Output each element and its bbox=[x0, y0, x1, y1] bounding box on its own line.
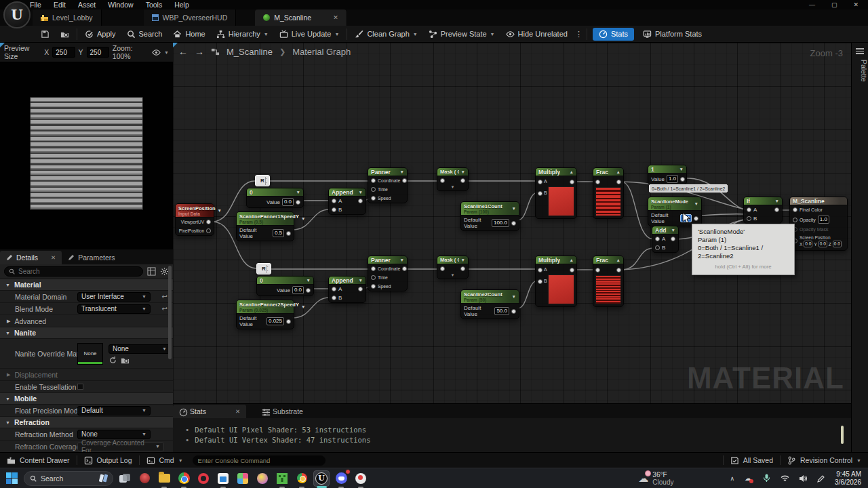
task-view-button[interactable] bbox=[117, 470, 133, 487]
node-constant-0[interactable]: 0▼ Value0.0 bbox=[256, 276, 314, 296]
input-pin[interactable] bbox=[538, 279, 542, 284]
store-button[interactable] bbox=[215, 470, 231, 487]
discord-button[interactable] bbox=[333, 470, 349, 487]
nanite-material-thumbnail[interactable]: None bbox=[77, 343, 103, 365]
x-value-field[interactable]: 0.0 bbox=[804, 241, 812, 247]
expand-node-icon[interactable]: ▼ bbox=[437, 273, 468, 279]
platform-stats-button[interactable]: Platform Stats bbox=[637, 26, 707, 43]
content-drawer-button[interactable]: Content Drawer bbox=[0, 453, 77, 468]
output-pin[interactable] bbox=[460, 266, 465, 271]
menu-file[interactable]: File bbox=[30, 1, 41, 9]
node-append[interactable]: Append▼ A B bbox=[328, 276, 366, 303]
input-pin[interactable] bbox=[538, 180, 542, 184]
input-pin[interactable] bbox=[332, 207, 336, 212]
preview-size-y-input[interactable]: 250 bbox=[87, 47, 109, 58]
input-pin[interactable] bbox=[440, 178, 445, 183]
output-pin[interactable] bbox=[296, 200, 300, 205]
ui-preview-viewport[interactable] bbox=[0, 62, 173, 249]
clean-graph-button[interactable]: Clean Graph▼ bbox=[349, 26, 422, 43]
node-scanline-panner1-speedy[interactable]: ScanlinePanner1SpeedYParam (0.5)▼ Defaul… bbox=[236, 211, 294, 241]
file-explorer-button[interactable] bbox=[156, 470, 172, 487]
node-constant-1[interactable]: 1▼ Value1.0 bbox=[648, 165, 687, 185]
section-material[interactable]: ▼Material bbox=[0, 279, 173, 291]
save-button[interactable] bbox=[35, 26, 55, 43]
start-button[interactable] bbox=[6, 472, 18, 485]
section-refraction[interactable]: ▼Refraction bbox=[0, 417, 173, 428]
close-icon[interactable]: ✕ bbox=[853, 1, 859, 8]
output-pin[interactable] bbox=[206, 228, 211, 233]
forward-arrow-icon[interactable]: → bbox=[195, 46, 204, 57]
reset-to-default-icon[interactable]: ↩ bbox=[162, 305, 167, 312]
minimize-icon[interactable]: — bbox=[809, 1, 815, 8]
menu-help[interactable]: Help bbox=[174, 1, 189, 9]
value-field[interactable]: 1.0 bbox=[667, 175, 678, 183]
home-button[interactable]: Home bbox=[167, 26, 210, 43]
input-pin[interactable] bbox=[655, 237, 660, 241]
menu-icon[interactable] bbox=[856, 48, 864, 54]
input-pin[interactable] bbox=[747, 207, 751, 212]
tab-substrate[interactable]: Substrate bbox=[256, 405, 309, 418]
input-pin[interactable] bbox=[371, 284, 376, 289]
input-pin[interactable] bbox=[538, 191, 542, 196]
input-pin[interactable] bbox=[747, 216, 751, 221]
details-search-input[interactable]: Search bbox=[4, 266, 143, 277]
close-tab-icon[interactable]: ✕ bbox=[333, 14, 338, 21]
input-pin[interactable] bbox=[371, 275, 376, 280]
tab-m-scanline[interactable]: M_Scanline ✕ bbox=[255, 9, 347, 26]
output-pin[interactable] bbox=[306, 288, 311, 293]
refraction-method-dropdown[interactable]: None▼ bbox=[77, 430, 151, 439]
node-frac[interactable]: Frac▲ bbox=[593, 256, 624, 307]
preview-state-button[interactable]: Preview State▼ bbox=[423, 26, 500, 43]
palette-tab[interactable]: Palette bbox=[852, 60, 868, 82]
pen-settings-icon[interactable] bbox=[816, 474, 826, 483]
output-pin[interactable] bbox=[358, 199, 363, 203]
input-pin[interactable] bbox=[371, 266, 376, 271]
output-pin[interactable] bbox=[570, 180, 574, 184]
menu-edit[interactable]: Edit bbox=[54, 1, 66, 9]
node-mask-g[interactable]: Mask ( G )▼ ▼ bbox=[437, 256, 469, 279]
input-pin[interactable] bbox=[332, 199, 336, 203]
back-arrow-icon[interactable]: ← bbox=[178, 46, 188, 57]
z-value-field[interactable]: 0.0 bbox=[833, 241, 842, 247]
default-value-field[interactable]: 50.0 bbox=[494, 307, 509, 315]
output-pin[interactable] bbox=[616, 268, 621, 272]
output-pin[interactable] bbox=[402, 178, 407, 183]
input-pin[interactable] bbox=[655, 245, 660, 250]
output-pin[interactable] bbox=[774, 207, 779, 212]
weather-widget[interactable]: ☁ 36°FCloudy bbox=[638, 471, 673, 486]
input-pin[interactable] bbox=[371, 187, 376, 192]
section-displacement[interactable]: ▶Displacement bbox=[0, 369, 173, 381]
use-selected-asset-icon[interactable] bbox=[108, 356, 116, 363]
node-scanline2-count[interactable]: Scanline2CountParam (50)▼ Default Value5… bbox=[460, 289, 519, 319]
breadcrumb-asset[interactable]: M_Scanline bbox=[226, 47, 273, 57]
output-pin[interactable] bbox=[206, 220, 211, 224]
input-pin[interactable] bbox=[371, 178, 376, 183]
menu-asset[interactable]: Asset bbox=[78, 1, 96, 9]
search-button[interactable]: Search bbox=[121, 26, 168, 43]
node-append[interactable]: Append▼ A B bbox=[328, 188, 366, 215]
hierarchy-button[interactable]: Hierarchy▼ bbox=[211, 26, 274, 43]
maximize-icon[interactable]: ▢ bbox=[831, 1, 837, 8]
output-pin[interactable] bbox=[511, 309, 516, 314]
output-pin[interactable] bbox=[680, 177, 685, 182]
chrome-button[interactable] bbox=[176, 470, 192, 487]
node-component-mask-r[interactable]: R▪▪ bbox=[256, 263, 271, 274]
default-value-field[interactable]: 0.025 bbox=[267, 317, 284, 325]
section-advanced[interactable]: ▶Advanced bbox=[0, 315, 173, 327]
preview-size-x-input[interactable]: 250 bbox=[52, 47, 75, 58]
node-add[interactable]: Add▼ A B bbox=[652, 226, 679, 253]
node-panner[interactable]: Panner▼ Coordinate Time Speed bbox=[368, 256, 408, 291]
output-pin[interactable] bbox=[402, 266, 407, 271]
menu-tools[interactable]: Tools bbox=[146, 1, 163, 9]
taskbar-app-1[interactable] bbox=[136, 470, 153, 487]
output-pin[interactable] bbox=[616, 180, 621, 184]
browse-to-asset-icon[interactable] bbox=[121, 356, 128, 363]
material-graph-canvas[interactable]: ← → M_Scanline ❯ Material Graph Zoom -3 … bbox=[173, 43, 851, 403]
input-pin[interactable] bbox=[440, 266, 445, 271]
menu-window[interactable]: Window bbox=[108, 1, 133, 9]
output-pin[interactable] bbox=[570, 268, 574, 272]
output-pin[interactable] bbox=[511, 221, 516, 226]
input-pin[interactable] bbox=[595, 268, 600, 272]
default-value-field[interactable]: 0.5 bbox=[273, 229, 284, 237]
reset-to-default-icon[interactable]: ↩ bbox=[162, 293, 167, 300]
